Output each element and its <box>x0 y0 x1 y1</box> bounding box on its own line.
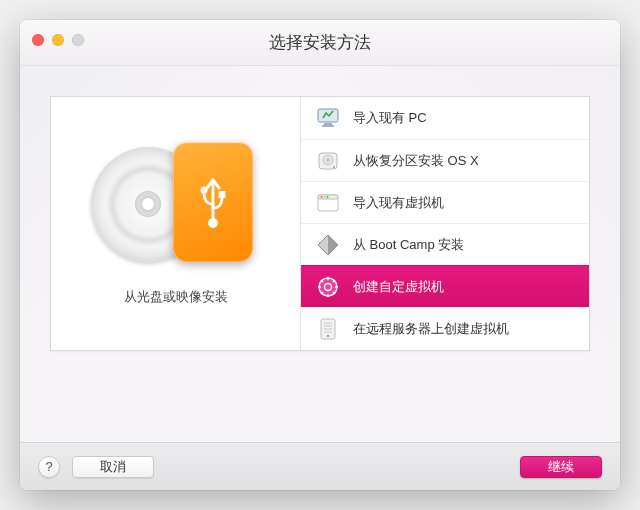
window-controls <box>32 34 84 46</box>
option-import-pc[interactable]: 导入现有 PC <box>301 97 589 139</box>
zoom-window-button[interactable] <box>72 34 84 46</box>
partition-icon <box>315 232 341 258</box>
svg-point-3 <box>208 218 218 228</box>
option-label: 从恢复分区安装 OS X <box>353 152 479 170</box>
titlebar: 选择安装方法 <box>20 20 620 66</box>
svg-rect-5 <box>324 123 332 125</box>
content-area: 从光盘或映像安装 导入现有 PC <box>20 66 620 442</box>
usb-icon <box>196 174 230 230</box>
option-label: 创建自定虚拟机 <box>353 278 444 296</box>
option-label: 在远程服务器上创建虚拟机 <box>353 320 509 338</box>
option-remote-vm[interactable]: 在远程服务器上创建虚拟机 <box>301 307 589 349</box>
svg-point-14 <box>324 196 326 198</box>
installer-window: 选择安装方法 <box>20 20 620 490</box>
option-custom-vm[interactable]: 创建自定虚拟机 <box>301 265 589 307</box>
install-from-disc-pane[interactable]: 从光盘或映像安装 <box>51 97 301 350</box>
option-bootcamp[interactable]: 从 Boot Camp 安装 <box>301 223 589 265</box>
window-title: 选择安装方法 <box>269 31 371 54</box>
server-icon <box>315 316 341 342</box>
svg-marker-17 <box>328 235 338 255</box>
method-panel: 从光盘或映像安装 导入现有 PC <box>50 96 590 351</box>
install-options-list: 导入现有 PC 从恢复分区安装 OS X <box>301 97 589 350</box>
help-button[interactable]: ? <box>38 456 60 478</box>
svg-point-15 <box>327 196 329 198</box>
option-import-vm[interactable]: 导入现有虚拟机 <box>301 181 589 223</box>
hdd-icon <box>315 148 341 174</box>
option-label: 从 Boot Camp 安装 <box>353 236 464 254</box>
svg-point-33 <box>327 334 329 336</box>
option-label: 导入现有虚拟机 <box>353 194 444 212</box>
svg-point-10 <box>333 166 335 168</box>
svg-rect-2 <box>218 191 225 198</box>
option-recovery-osx[interactable]: 从恢复分区安装 OS X <box>301 139 589 181</box>
install-from-disc-label: 从光盘或映像安装 <box>124 288 228 306</box>
window-icon <box>315 190 341 216</box>
svg-point-9 <box>327 158 329 160</box>
svg-point-1 <box>200 186 207 193</box>
monitor-icon <box>315 105 341 131</box>
cancel-button[interactable]: 取消 <box>72 456 154 478</box>
minimize-window-button[interactable] <box>52 34 64 46</box>
svg-rect-6 <box>322 125 334 127</box>
svg-point-13 <box>321 196 323 198</box>
close-window-button[interactable] <box>32 34 44 46</box>
option-label: 导入现有 PC <box>353 109 427 127</box>
continue-button[interactable]: 继续 <box>520 456 602 478</box>
gear-icon <box>315 274 341 300</box>
disc-usb-icon <box>91 142 261 272</box>
footer-bar: ? 取消 继续 <box>20 442 620 490</box>
